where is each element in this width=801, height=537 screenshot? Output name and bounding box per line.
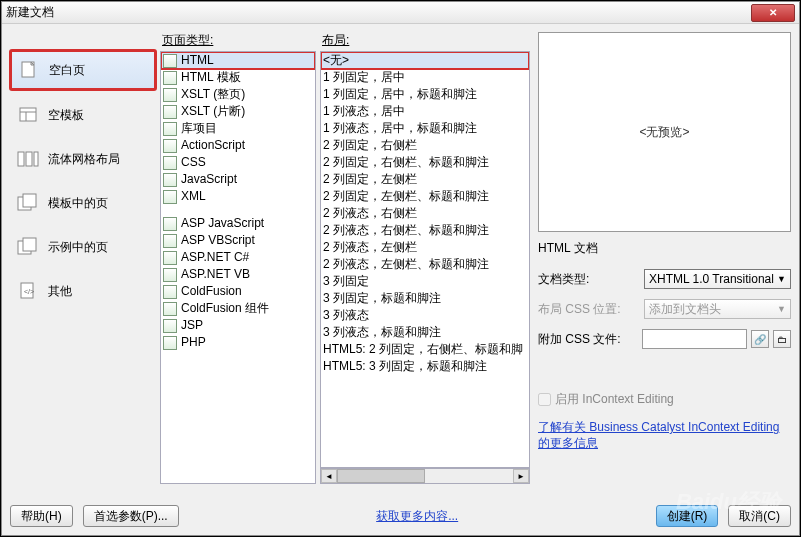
nav-blank-page[interactable]: 空白页 [10,50,156,90]
svg-rect-5 [26,152,32,166]
page-type-item[interactable]: HTML 模板 [161,69,315,86]
layout-item[interactable]: HTML5: 3 列固定，标题和脚注 [321,358,529,375]
page-type-item[interactable]: JavaScript [161,171,315,188]
list-item-label: 3 列液态，标题和脚注 [323,325,441,340]
layout-item[interactable]: <无> [321,52,529,69]
titlebar: 新建文档 ✕ [2,2,799,24]
no-preview-text: <无预览> [639,124,689,141]
link-css-button[interactable]: 🔗 [751,330,769,348]
nav-label: 示例中的页 [48,239,108,256]
scroll-track[interactable] [337,469,513,483]
page-type-item[interactable]: PHP [161,334,315,351]
file-icon [163,105,177,119]
page-type-item[interactable]: XSLT (整页) [161,86,315,103]
layout-item[interactable]: HTML5: 2 列固定，右侧栏、标题和脚 [321,341,529,358]
layout-hscrollbar[interactable]: ◄ ► [320,468,530,484]
browse-css-button[interactable]: 🗀 [773,330,791,348]
scroll-right-arrow[interactable]: ► [513,469,529,483]
page-type-item[interactable]: ColdFusion [161,283,315,300]
layout-item[interactable]: 1 列液态，居中，标题和脚注 [321,120,529,137]
list-item-label: XSLT (片断) [181,104,245,119]
close-button[interactable]: ✕ [751,4,795,22]
page-type-item[interactable]: ASP.NET C# [161,249,315,266]
nav-blank-template[interactable]: 空模板 [10,96,156,134]
other-icon: </> [16,280,40,302]
doctype-dropdown[interactable]: XHTML 1.0 Transitional ▼ [644,269,791,289]
layout-item[interactable]: 2 列液态，右侧栏 [321,205,529,222]
layout-item[interactable]: 2 列液态，右侧栏、标题和脚注 [321,222,529,239]
layout-css-row: 布局 CSS 位置: 添加到文档头 ▼ [538,299,791,319]
nav-label: 空模板 [48,107,84,124]
cancel-button[interactable]: 取消(C) [728,505,791,527]
layout-list[interactable]: <无>1 列固定，居中1 列固定，居中，标题和脚注1 列液态，居中1 列液态，居… [320,51,530,468]
layout-item[interactable]: 2 列液态，左侧栏、标题和脚注 [321,256,529,273]
preview-box: <无预览> [538,32,791,232]
dialog-footer: 帮助(H) 首选参数(P)... 获取更多内容... 创建(R) 取消(C) [10,505,791,527]
page-type-item[interactable]: JSP [161,317,315,334]
svg-text:</>: </> [24,288,34,295]
layout-item[interactable]: 2 列固定，左侧栏 [321,171,529,188]
list-item-label: 1 列固定，居中，标题和脚注 [323,87,477,102]
incontext-row: 启用 InContext Editing [538,391,791,408]
svg-rect-1 [20,108,36,121]
create-button[interactable]: 创建(R) [656,505,719,527]
page-type-item[interactable]: ColdFusion 组件 [161,300,315,317]
page-type-item[interactable]: ASP VBScript [161,232,315,249]
nav-page-from-sample[interactable]: 示例中的页 [10,228,156,266]
layout-item[interactable]: 2 列固定，左侧栏、标题和脚注 [321,188,529,205]
page-type-item[interactable]: CSS [161,154,315,171]
layout-item[interactable]: 2 列固定，右侧栏 [321,137,529,154]
list-item-label: ColdFusion 组件 [181,301,269,316]
page-type-item[interactable]: 库项目 [161,120,315,137]
layout-item[interactable]: 1 列固定，居中，标题和脚注 [321,86,529,103]
page-type-item[interactable]: ActionScript [161,137,315,154]
page-type-item[interactable]: XSLT (片断) [161,103,315,120]
page-type-item[interactable]: XML [161,188,315,205]
list-item-label: 3 列液态 [323,308,369,323]
incontext-checkbox [538,393,551,406]
nav-label: 其他 [48,283,72,300]
nav-label: 流体网格布局 [48,151,120,168]
list-item-label: ASP VBScript [181,233,255,248]
layout-item[interactable]: 2 列液态，左侧栏 [321,239,529,256]
page-type-header: 页面类型: [160,32,316,49]
list-item-label: 1 列液态，居中，标题和脚注 [323,121,477,136]
preferences-button[interactable]: 首选参数(P)... [83,505,179,527]
layout-item[interactable]: 3 列固定 [321,273,529,290]
file-icon [163,190,177,204]
list-item-label: HTML [181,53,214,68]
scroll-left-arrow[interactable]: ◄ [321,469,337,483]
nav-label: 空白页 [49,62,85,79]
help-button[interactable]: 帮助(H) [10,505,73,527]
fluid-grid-icon [16,148,40,170]
page-type-item[interactable]: ASP JavaScript [161,215,315,232]
layout-item[interactable]: 3 列固定，标题和脚注 [321,290,529,307]
incontext-learn-more-link[interactable]: 了解有关 Business Catalyst InContext Editing… [538,420,791,451]
list-item-label: HTML5: 3 列固定，标题和脚注 [323,359,487,374]
nav-page-from-template[interactable]: 模板中的页 [10,184,156,222]
chevron-down-icon: ▼ [777,304,786,314]
page-type-item[interactable]: HTML [161,52,315,69]
layout-item[interactable]: 1 列液态，居中 [321,103,529,120]
list-item-label: 2 列液态，左侧栏、标题和脚注 [323,257,489,272]
attach-css-input[interactable] [642,329,747,349]
list-item-label: XSLT (整页) [181,87,245,102]
list-item-label: 2 列固定，右侧栏 [323,138,417,153]
layout-item[interactable]: 3 列液态，标题和脚注 [321,324,529,341]
get-more-link[interactable]: 获取更多内容... [376,508,458,525]
page-icon [17,59,41,81]
page-type-item[interactable]: ASP.NET VB [161,266,315,283]
layout-item[interactable]: 3 列液态 [321,307,529,324]
nav-other[interactable]: </> 其他 [10,272,156,310]
list-item-label: 库项目 [181,121,217,136]
layout-item[interactable]: 1 列固定，居中 [321,69,529,86]
svg-rect-6 [34,152,38,166]
list-item-label: HTML 模板 [181,70,241,85]
list-item-label: ASP.NET VB [181,267,250,282]
file-icon [163,268,177,282]
nav-fluid-grid[interactable]: 流体网格布局 [10,140,156,178]
page-type-list[interactable]: HTMLHTML 模板XSLT (整页)XSLT (片断)库项目ActionSc… [160,51,316,484]
svg-rect-10 [23,238,36,251]
layout-item[interactable]: 2 列固定，右侧栏、标题和脚注 [321,154,529,171]
scroll-thumb[interactable] [337,469,425,483]
